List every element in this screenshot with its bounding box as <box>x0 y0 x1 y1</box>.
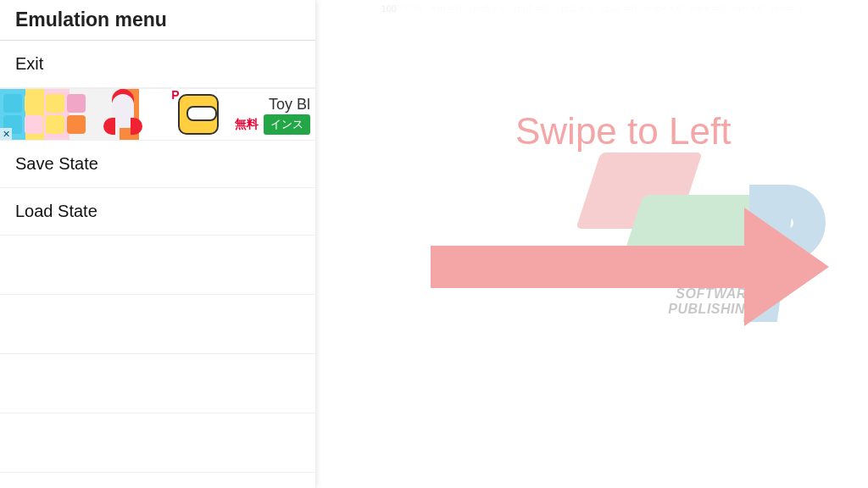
l-label: L <box>396 108 413 136</box>
dpad-up-icon <box>378 281 392 291</box>
dpad-left-icon <box>317 342 327 356</box>
emulation-menu-sidebar: Emulation menu Exit P Toy Bl 無料 インス ✕ Sa… <box>0 0 315 488</box>
logo-line1: ERTAINMENT <box>665 271 756 286</box>
logo-p-bowl <box>749 185 826 261</box>
ad-title: Toy Bl <box>269 96 310 114</box>
dpad-center-icon <box>366 344 400 352</box>
logo-text: ERTAINMENT SOFTWARE PUBLISHING <box>665 271 756 317</box>
menu-item-empty <box>0 354 315 413</box>
menu-item-empty <box>0 236 315 295</box>
ad-cta-row: 無料 インス <box>235 114 310 135</box>
emulator-frame: 1000 FPS · min = 0 · cpu0 = 0 · cpu1 = 0… <box>315 0 868 488</box>
ad-art-character-icon <box>178 94 219 135</box>
ad-art-blocks <box>3 94 86 134</box>
ad-art-rocket-icon <box>102 89 144 141</box>
ad-free-label: 無料 <box>235 117 259 132</box>
l-shoulder-button[interactable]: L <box>324 103 485 141</box>
menu-item-load-state[interactable]: Load State <box>0 188 315 236</box>
menu-item-save-state[interactable]: Save State <box>0 141 315 188</box>
menu-item-empty <box>0 295 315 354</box>
menu-item-exit[interactable]: Exit <box>0 41 315 88</box>
ad-close-icon[interactable]: ✕ <box>0 128 12 140</box>
menu-title: Emulation menu <box>0 0 315 41</box>
logo-line3: PUBLISHING <box>665 302 756 317</box>
start-button[interactable]: START <box>485 443 543 463</box>
debug-stats: 1000 FPS · min = 0 · cpu0 = 0 · cpu1 = 0… <box>315 3 868 14</box>
dpad-right-icon <box>439 342 449 356</box>
app-root: 1000 FPS · min = 0 · cpu0 = 0 · cpu1 = 0… <box>0 0 868 488</box>
esp-logo: ERTAINMENT SOFTWARE PUBLISHING <box>580 152 834 322</box>
menu-item-empty <box>0 413 315 473</box>
dpad-down-icon <box>378 403 392 413</box>
ad-install-button[interactable]: インス <box>264 114 310 135</box>
logo-line2: SOFTWARE <box>665 286 756 302</box>
ad-banner[interactable]: P Toy Bl 無料 インス ✕ <box>0 88 315 141</box>
